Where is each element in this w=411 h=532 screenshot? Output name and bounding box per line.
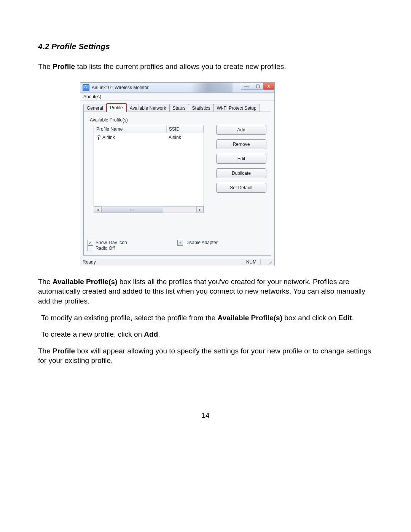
text-bold: Profile (53, 62, 75, 70)
titlebar: AirLink101 Wireless Monitor — ▢ x (80, 83, 274, 93)
text-bold: Available Profile(s) (218, 314, 282, 322)
duplicate-button[interactable]: Duplicate (216, 168, 266, 178)
set-default-button[interactable]: Set Default (216, 183, 266, 193)
tab-statistics[interactable]: Statistics (189, 104, 214, 112)
column-ssid[interactable]: SSID (167, 125, 204, 133)
scroll-track[interactable]: III (101, 206, 196, 213)
menu-about[interactable]: About(A) (83, 94, 101, 99)
profiles-listbox[interactable]: Profile Name SSID Airlink Airlink (94, 125, 204, 213)
tab-available-network[interactable]: Available Network (126, 104, 170, 112)
content-area: General Profile Available Network Status… (80, 101, 274, 256)
text: To create a new profile, click on (41, 330, 144, 338)
close-button[interactable]: x (263, 83, 274, 90)
tab-general[interactable]: General (83, 104, 107, 112)
status-separator (242, 259, 242, 265)
scroll-thumb[interactable]: III (101, 207, 163, 212)
window-controls: — ▢ x (241, 83, 274, 90)
tab-strip: General Profile Available Network Status… (83, 103, 273, 112)
profile-action-buttons: Add Remove Edit Duplicate Set Default (216, 125, 266, 197)
text: . (352, 314, 354, 322)
option-label: Radio Off (96, 246, 115, 251)
status-num: NUM (246, 259, 256, 265)
resize-grip-icon[interactable] (268, 260, 272, 264)
column-profile-name[interactable]: Profile Name (94, 125, 167, 133)
tab-wps[interactable]: Wi-Fi Protect Setup (213, 104, 260, 112)
text: tab lists the current profiles and allow… (75, 62, 286, 70)
signal-icon (96, 135, 101, 140)
profiles-list-header: Profile Name SSID (94, 125, 204, 133)
scroll-right-button[interactable]: ▸ (196, 206, 204, 213)
edit-button[interactable]: Edit (216, 154, 266, 164)
checkbox-icon[interactable] (88, 240, 93, 246)
paragraph: The Available Profile(s) box lists all t… (38, 277, 373, 306)
text-bold: Add (144, 330, 158, 338)
text: . (158, 330, 160, 338)
text-bold: Profile (53, 347, 75, 355)
text: box will appear allowing you to specify … (38, 347, 371, 365)
option-show-tray-icon[interactable]: Show Tray Icon (88, 240, 177, 246)
text-bold: Available Profile(s) (53, 278, 117, 286)
cell-ssid: Airlink (166, 134, 183, 141)
scroll-left-button[interactable]: ◂ (94, 206, 101, 213)
profile-name-text: Airlink (102, 135, 115, 140)
app-window: AirLink101 Wireless Monitor — ▢ x About(… (80, 82, 275, 266)
tab-status[interactable]: Status (169, 104, 189, 112)
option-label: Disable Adapter (185, 240, 218, 245)
text: To modify an existing profile, select th… (41, 314, 218, 322)
status-ready: Ready (83, 259, 96, 265)
section-heading: 4.2 Profile Settings (38, 42, 373, 51)
text: box and click on (282, 314, 338, 322)
horizontal-scrollbar[interactable]: ◂ III ▸ (94, 206, 204, 213)
add-button[interactable]: Add (216, 125, 266, 135)
minimize-button[interactable]: — (241, 83, 252, 90)
paragraph: The Profile box will appear allowing you… (38, 346, 373, 366)
text: The (38, 278, 53, 286)
paragraph: To modify an existing profile, select th… (41, 313, 373, 323)
table-row[interactable]: Airlink Airlink (94, 133, 204, 142)
profiles-list-body: Airlink Airlink (94, 133, 204, 206)
titlebar-blur (191, 83, 233, 93)
status-bar: Ready NUM (80, 258, 274, 266)
remove-button[interactable]: Remove (216, 139, 266, 149)
paragraph: To create a new profile, click on Add. (41, 329, 373, 339)
status-separator (260, 259, 261, 265)
text: The (38, 62, 53, 70)
option-radio-off[interactable]: Radio Off (88, 246, 177, 251)
bottom-options: Show Tray Icon Disable Adapter Radio Off (88, 240, 267, 251)
tab-profile[interactable]: Profile (106, 103, 127, 112)
available-profiles-label: Available Profile(s) (90, 117, 266, 123)
app-icon (83, 84, 89, 91)
option-disable-adapter[interactable]: Disable Adapter (177, 240, 267, 246)
intro-paragraph: The Profile tab lists the current profil… (38, 62, 373, 72)
window-title: AirLink101 Wireless Monitor (92, 85, 148, 90)
menu-bar: About(A) (80, 93, 274, 101)
checkbox-icon[interactable] (177, 240, 183, 246)
tab-body: Available Profile(s) Profile Name SSID A… (83, 112, 271, 256)
checkbox-icon[interactable] (88, 246, 93, 251)
option-label: Show Tray Icon (96, 240, 127, 245)
maximize-button[interactable]: ▢ (252, 83, 263, 90)
text: The (38, 347, 53, 355)
text-bold: Edit (338, 314, 352, 322)
cell-profile-name: Airlink (94, 134, 166, 141)
page-number: 14 (38, 411, 373, 420)
